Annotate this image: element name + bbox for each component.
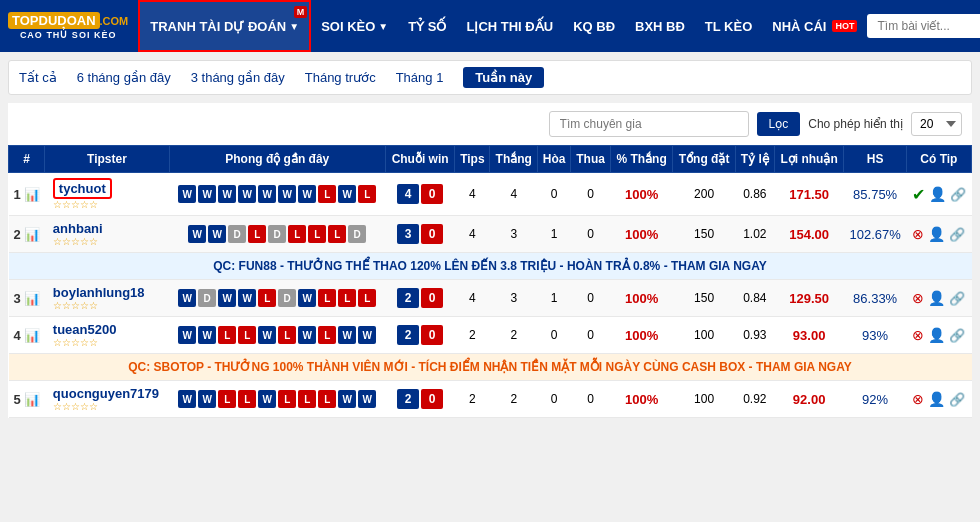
hs-cell: 86.33% (844, 280, 906, 317)
filter-month1[interactable]: Tháng 1 (396, 70, 444, 85)
thua-cell: 0 (571, 280, 611, 317)
streak-cell: 2 0 (385, 317, 454, 354)
col-tips: Tips (455, 146, 490, 173)
share-icon[interactable]: 🔗 (949, 392, 965, 407)
nav-soi-keo[interactable]: SOI KÈO ▼ (311, 0, 398, 52)
rank-cell: 3 📊 (9, 280, 45, 317)
pct-cell: 100% (610, 173, 672, 216)
tipster-name[interactable]: tychuot (59, 181, 106, 196)
person-icon[interactable]: 👤 (928, 290, 945, 306)
col-hoa: Hòa (538, 146, 571, 173)
nav-tranh-tai-label: TRANH TÀI DỰ ĐOÁN (150, 19, 286, 34)
filter-button[interactable]: Lọc (757, 112, 801, 136)
nav-ty-so[interactable]: TỶ SỐ (398, 0, 456, 52)
nav-tl-label: TL KÈO (705, 19, 752, 34)
hoa-cell: 1 (538, 280, 571, 317)
tips-cell: 2 (455, 317, 490, 354)
share-icon[interactable]: 🔗 (949, 291, 965, 306)
tipster-table: # Tipster Phong độ gần đây Chuỗi win Tip… (8, 145, 972, 418)
ty-le-cell: 1.02 (735, 216, 774, 253)
tipster-name[interactable]: tuean5200 (53, 322, 117, 337)
loi-nhuan-cell: 93.00 (774, 317, 844, 354)
tipster-name[interactable]: quocnguyen7179 (53, 386, 159, 401)
streak-cell: 2 0 (385, 280, 454, 317)
thang-cell: 3 (490, 216, 538, 253)
filter-all[interactable]: Tất cả (19, 70, 57, 85)
col-ty-le: Tỷ lệ (735, 146, 774, 173)
hoa-cell: 0 (538, 381, 571, 418)
filter-3months[interactable]: 3 tháng gần đây (191, 70, 285, 85)
phongdo-cell: W D W W L D W L L L (169, 280, 385, 317)
person-icon[interactable]: 👤 (928, 226, 945, 242)
table-row: 3 📊 boylanhlung18 ☆☆☆☆☆ W D W W L D W (9, 280, 972, 317)
search-tipster-input[interactable] (549, 111, 749, 137)
pct-cell: 100% (610, 381, 672, 418)
nav-ty-so-label: TỶ SỐ (408, 19, 446, 34)
nav-tl-keo[interactable]: TL KÈO (695, 0, 762, 52)
streak-cell: 4 0 (385, 173, 454, 216)
action-cell: ⊗ 👤 🔗 (906, 381, 971, 418)
ty-le-cell: 0.86 (735, 173, 774, 216)
action-cell: ⊗ 👤 🔗 (906, 280, 971, 317)
x-icon[interactable]: ⊗ (912, 327, 924, 343)
col-co-tip: Có Tip (906, 146, 971, 173)
ty-le-cell: 0.84 (735, 280, 774, 317)
filter-prev-month[interactable]: Tháng trước (305, 70, 376, 85)
share-icon[interactable]: 🔗 (949, 227, 965, 242)
tipster-name[interactable]: anhbani (53, 221, 103, 236)
ad-row: QC: FUN88 - THƯỞNG THỂ THAO 120% LÊN ĐẾN… (9, 253, 972, 280)
tong-dat-cell: 150 (673, 216, 736, 253)
filter-6months[interactable]: 6 tháng gần đây (77, 70, 171, 85)
person-icon[interactable]: 👤 (928, 391, 945, 407)
nav-lich-thi-dau[interactable]: LỊCH THI ĐẤU (456, 0, 563, 52)
table-row: 4 📊 tuean5200 ☆☆☆☆☆ W W L L W L W (9, 317, 972, 354)
x-icon[interactable]: ⊗ (912, 290, 924, 306)
search-input[interactable] (867, 14, 980, 38)
action-cell: ⊗ 👤 🔗 (906, 317, 971, 354)
nav-bxh-label: BXH BĐ (635, 19, 685, 34)
tipster-name[interactable]: boylanhlung18 (53, 285, 145, 300)
hs-cell: 92% (844, 381, 906, 418)
show-count-select[interactable]: 20 10 50 100 (911, 112, 962, 136)
col-tipster: Tipster (45, 146, 169, 173)
thang-cell: 2 (490, 317, 538, 354)
nav-badge-m: M (294, 6, 308, 18)
pct-cell: 100% (610, 317, 672, 354)
share-icon[interactable]: 🔗 (950, 187, 966, 202)
hoa-cell: 0 (538, 317, 571, 354)
x-icon[interactable]: ⊗ (912, 226, 924, 242)
filter-this-week[interactable]: Tuần này (463, 67, 544, 88)
ad-text-2[interactable]: QC: SBOTOP - THƯỞNG 100% THÀNH VIÊN MỚI … (9, 354, 972, 381)
nav-arrow-2: ▼ (378, 21, 388, 32)
table-controls: Lọc Cho phép hiển thị 20 10 50 100 (8, 103, 972, 145)
person-icon[interactable]: 👤 (928, 327, 945, 343)
nav-nha-cai[interactable]: NHÀ CÁI HOT (762, 0, 867, 52)
table-row: 5 📊 quocnguyen7179 ☆☆☆☆☆ W W L L W L L (9, 381, 972, 418)
tong-dat-cell: 150 (673, 280, 736, 317)
tipster-stars: ☆☆☆☆☆ (53, 236, 165, 247)
main-nav: TRANH TÀI DỰ ĐOÁN ▼ M SOI KÈO ▼ TỶ SỐ LỊ… (138, 0, 867, 52)
nav-kq-bd[interactable]: KQ BĐ (563, 0, 625, 52)
phongdo-boxes: W W W W W W W L W L (173, 185, 381, 203)
share-icon[interactable]: 🔗 (949, 328, 965, 343)
nav-bxh-bd[interactable]: BXH BĐ (625, 0, 695, 52)
x-icon[interactable]: ⊗ (912, 391, 924, 407)
check-icon[interactable]: ✔ (912, 185, 925, 204)
ad-text[interactable]: QC: FUN88 - THƯỞNG THỂ THAO 120% LÊN ĐẾN… (9, 253, 972, 280)
person-icon[interactable]: 👤 (929, 186, 946, 202)
filter-bar: Tất cả 6 tháng gần đây 3 tháng gần đây T… (8, 60, 972, 95)
col-hs: HS (844, 146, 906, 173)
pct-cell: 100% (610, 216, 672, 253)
rank-cell: 2 📊 (9, 216, 45, 253)
nav-tranh-tai[interactable]: TRANH TÀI DỰ ĐOÁN ▼ M (138, 0, 311, 52)
thang-cell: 2 (490, 381, 538, 418)
loi-nhuan-cell: 154.00 (774, 216, 844, 253)
tong-dat-cell: 100 (673, 317, 736, 354)
nav-soi-keo-label: SOI KÈO (321, 19, 375, 34)
loi-nhuan-cell: 129.50 (774, 280, 844, 317)
logo-text: TOPDUDOAN (8, 12, 100, 29)
tong-dat-cell: 100 (673, 381, 736, 418)
nav-nha-cai-label: NHÀ CÁI (772, 19, 826, 34)
tips-cell: 2 (455, 381, 490, 418)
loi-nhuan-cell: 92.00 (774, 381, 844, 418)
